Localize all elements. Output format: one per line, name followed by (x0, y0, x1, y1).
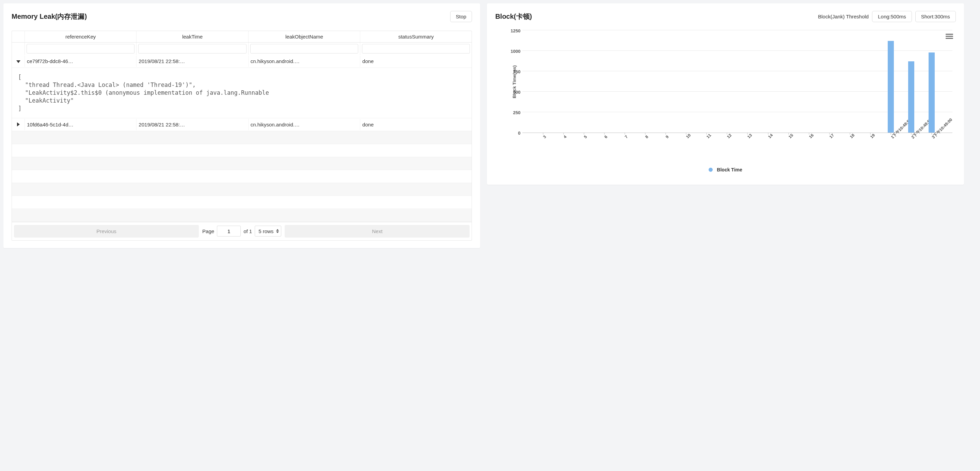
table-row-empty (12, 157, 472, 170)
chart-legend: Block Time (495, 167, 956, 172)
x-tick-label: 3 (542, 134, 547, 139)
gridline (522, 30, 952, 30)
threshold-short-button[interactable]: Short:300ms (915, 11, 956, 22)
y-tick-label: 0 (518, 131, 520, 136)
stop-button[interactable]: Stop (450, 11, 472, 22)
row-expanded-detail: [ "thread Thread.<Java Local> (named 'Th… (12, 68, 472, 118)
filter-expander-spacer (12, 43, 25, 55)
previous-page-button[interactable]: Previous (14, 225, 199, 238)
memory-leak-title: Memory Leak(内存泄漏) (11, 12, 87, 21)
page-indicator: Page of 1 5 rows (202, 226, 281, 236)
filter-statusSummary-cell (360, 43, 472, 55)
table-body: ce79f72b-ddc8-46…2019/08/21 22:58:…cn.hi… (12, 55, 472, 222)
cell-referenceKey: ce79f72b-ddc8-46… (25, 56, 137, 67)
table-filter-row (12, 43, 472, 55)
page-label: Page (202, 228, 214, 234)
bar[interactable] (908, 61, 914, 133)
filter-referenceKey-input[interactable] (27, 44, 135, 54)
chevron-right-icon (17, 122, 20, 126)
filter-referenceKey-cell (25, 43, 137, 55)
bar[interactable] (929, 53, 935, 133)
page-of-label: of 1 (243, 228, 252, 234)
table-row-empty (12, 209, 472, 222)
memory-leak-table: referenceKey leakTime leakObjectName sta… (11, 31, 472, 241)
cell-leakTime: 2019/08/21 22:58:… (137, 119, 248, 130)
threshold-label: Block(Jank) Threshold (818, 14, 869, 19)
cell-statusSummary: done (360, 56, 472, 67)
cell-statusSummary: done (360, 119, 472, 130)
filter-leakObjectName-cell (248, 43, 360, 55)
legend-color-dot (709, 168, 713, 172)
threshold-controls: Block(Jank) Threshold Long:500ms Short:3… (818, 11, 956, 22)
column-header-leakObjectName[interactable]: leakObjectName (248, 31, 360, 42)
leak-trace-text: [ "thread Thread.<Java Local> (named 'Th… (12, 68, 472, 118)
row-expander[interactable] (12, 56, 25, 67)
table-header-row: referenceKey leakTime leakObjectName sta… (12, 31, 472, 43)
x-tick-label: 8 (644, 134, 649, 139)
x-tick (768, 133, 768, 135)
y-tick-label: 1000 (511, 49, 520, 54)
cell-referenceKey: 10fd6a46-5c1d-4d… (25, 119, 137, 130)
block-title: Block(卡顿) (495, 12, 532, 21)
cell-leakObjectName: cn.hikyson.android.… (248, 119, 360, 130)
select-caret-icon (276, 229, 279, 233)
block-card: Block(卡顿) Block(Jank) Threshold Long:500… (487, 3, 964, 185)
table-row: 10fd6a46-5c1d-4d…2019/08/21 22:58:…cn.hi… (12, 118, 472, 131)
block-header: Block(卡顿) Block(Jank) Threshold Long:500… (495, 11, 956, 22)
page-number-input[interactable] (217, 226, 241, 236)
table-row: ce79f72b-ddc8-46…2019/08/21 22:58:…cn.hi… (12, 55, 472, 68)
block-chart: Block Time(ms) 025050075010001250 345678… (495, 31, 956, 177)
table-row-empty (12, 170, 472, 183)
y-tick-label: 750 (513, 69, 521, 74)
x-tick (543, 133, 543, 135)
table-row-empty (12, 131, 472, 144)
threshold-long-button[interactable]: Long:500ms (872, 11, 912, 22)
filter-leakObjectName-input[interactable] (250, 44, 358, 54)
table-row-empty (12, 183, 472, 196)
column-header-statusSummary[interactable]: statusSummary (360, 31, 472, 42)
filter-leakTime-cell (137, 43, 248, 55)
bar[interactable] (888, 41, 894, 133)
y-tick-label: 250 (513, 110, 521, 115)
table-row-empty (12, 144, 472, 157)
y-axis: 025050075010001250 (505, 31, 522, 133)
row-expander[interactable] (12, 119, 25, 130)
chart-plot-area: Block Time(ms) 025050075010001250 345678… (522, 31, 952, 133)
rows-per-page-select[interactable]: 5 rows (255, 226, 281, 236)
y-tick-label: 500 (513, 89, 521, 95)
table-pagination: Previous Page of 1 5 rows Next (12, 222, 472, 240)
plot: 3456789101112131415161718191下午10:48:532下… (522, 31, 952, 133)
memory-leak-card: Memory Leak(内存泄漏) Stop referenceKey leak… (3, 3, 480, 248)
column-header-referenceKey[interactable]: referenceKey (25, 31, 137, 42)
x-tick-label: 6 (603, 134, 608, 139)
column-header-leakTime[interactable]: leakTime (137, 31, 248, 42)
x-tick-label: 9 (665, 134, 670, 139)
rows-select-value: 5 rows (258, 228, 274, 234)
filter-statusSummary-input[interactable] (362, 44, 470, 54)
x-tick-label: 4 (563, 134, 568, 139)
filter-leakTime-input[interactable] (138, 44, 246, 54)
cell-leakTime: 2019/08/21 22:58:… (137, 56, 248, 67)
y-tick-label: 1250 (511, 28, 520, 34)
chevron-down-icon (16, 60, 21, 63)
x-tick-label: 7 (624, 134, 629, 139)
cell-leakObjectName: cn.hikyson.android.… (248, 56, 360, 67)
memory-leak-header: Memory Leak(内存泄漏) Stop (11, 11, 472, 22)
x-tick-label: 5 (583, 134, 588, 139)
table-row-empty (12, 196, 472, 209)
legend-label: Block Time (717, 167, 742, 172)
next-page-button[interactable]: Next (285, 225, 469, 238)
column-header-expander (12, 31, 25, 42)
